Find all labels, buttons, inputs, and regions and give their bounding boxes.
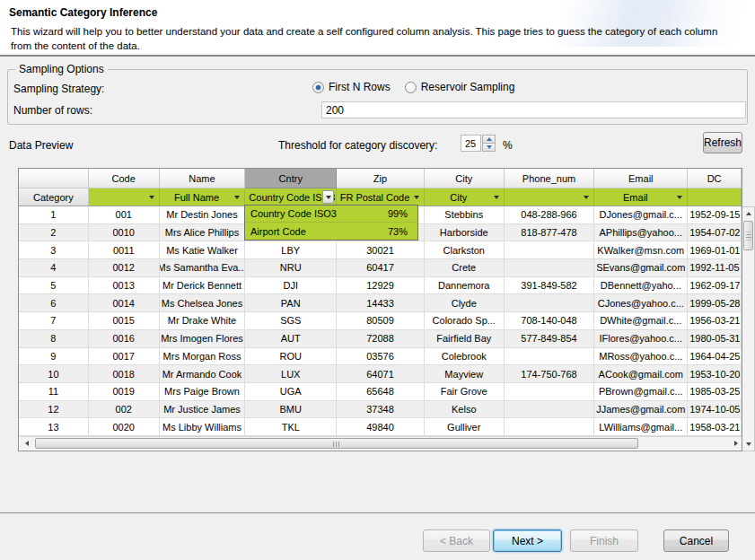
table-cell[interactable]: 10	[19, 365, 89, 382]
table-row[interactable]: 50013Mr Derick BennettDJI12929Dannemora3…	[19, 277, 742, 295]
table-cell[interactable]: Stebbins	[425, 206, 505, 223]
table-cell[interactable]: Clyde	[425, 294, 505, 311]
table-cell[interactable]: 13	[19, 418, 89, 435]
table-cell[interactable]: Gulliver	[425, 418, 505, 435]
table-cell[interactable]: 001	[89, 206, 160, 223]
radio-first-n-rows[interactable]: First N Rows	[312, 81, 391, 93]
table-cell[interactable]: SEvans@gmail.com	[594, 259, 688, 276]
category-select-phone[interactable]	[505, 188, 595, 206]
spinner-up-button[interactable]	[482, 135, 496, 144]
table-cell[interactable]: Mayview	[425, 365, 505, 382]
table-cell[interactable]: 1999-05-28	[688, 294, 742, 311]
table-cell[interactable]: MRoss@yahoo.c...	[594, 348, 688, 365]
table-cell[interactable]: 3	[19, 241, 89, 258]
table-cell[interactable]: DJones@gmail.c...	[594, 206, 688, 223]
category-select-cntry-open[interactable]: Country Code ISO3	[245, 188, 337, 206]
horizontal-scroll-thumb[interactable]	[35, 438, 638, 449]
table-cell[interactable]: UGA	[245, 383, 337, 400]
table-cell[interactable]: Kelso	[425, 401, 505, 418]
table-cell[interactable]: 1962-09-17	[688, 277, 742, 294]
table-cell[interactable]: 002	[89, 401, 160, 418]
table-cell[interactable]: 1954-07-02	[688, 224, 742, 241]
category-select-dob[interactable]	[688, 188, 742, 206]
table-cell[interactable]: 048-288-966	[505, 206, 595, 223]
table-cell[interactable]	[505, 418, 595, 435]
threshold-spinner-value[interactable]: 25	[461, 135, 481, 152]
table-cell[interactable]: 391-849-582	[505, 277, 595, 294]
table-cell[interactable]: PAN	[245, 294, 337, 311]
table-cell[interactable]: 0012	[89, 259, 160, 276]
table-cell[interactable]: BMU	[245, 401, 337, 418]
vertical-scroll-thumb[interactable]	[743, 221, 753, 250]
column-header-rownum[interactable]	[19, 169, 89, 188]
table-cell[interactable]: 1953-10-20	[688, 365, 742, 382]
scroll-left-button[interactable]	[20, 437, 33, 450]
table-cell[interactable]: 64071	[337, 365, 425, 382]
table-cell[interactable]	[505, 294, 595, 311]
table-cell[interactable]: 174-750-768	[505, 365, 595, 382]
table-cell[interactable]: 1974-10-05	[688, 401, 742, 418]
table-cell[interactable]: 1956-03-21	[688, 312, 742, 329]
table-cell[interactable]: 0011	[89, 241, 160, 258]
table-cell[interactable]: Dannemora	[425, 277, 505, 294]
horizontal-scrollbar[interactable]	[20, 436, 742, 450]
table-cell[interactable]: KWalker@msn.com	[594, 241, 688, 258]
category-select-city[interactable]: City	[425, 188, 505, 206]
table-cell[interactable]: 1985-03-25	[688, 383, 742, 400]
table-cell[interactable]: 72088	[337, 330, 425, 347]
column-header-city[interactable]: City	[425, 169, 505, 188]
table-row[interactable]: 110019Mrs Paige BrownUGA65648Fair GroveP…	[19, 383, 742, 401]
table-cell[interactable]: TKL	[245, 418, 337, 435]
finish-button[interactable]: Finish	[570, 529, 638, 552]
table-cell[interactable]: 0019	[89, 383, 160, 400]
table-cell[interactable]: DJI	[245, 277, 337, 294]
table-row[interactable]: 12002Mr Justice JamesBMU37348KelsoJJames…	[19, 401, 742, 419]
table-cell[interactable]: ROU	[245, 348, 337, 365]
table-row[interactable]: 70015Mr Drake WhiteSGS80509Colorado Sp..…	[19, 312, 742, 330]
table-row[interactable]: 130020Ms Libby WilliamsTKL49840GulliverL…	[19, 418, 742, 436]
table-cell[interactable]	[505, 241, 595, 258]
column-header-phone[interactable]: Phone_num	[505, 169, 595, 188]
table-row[interactable]: 30011Ms Katie WalkerLBY30021ClarkstonKWa…	[19, 241, 742, 259]
table-cell[interactable]: Mrs Imogen Flores	[160, 330, 246, 347]
table-cell[interactable]: 49840	[337, 418, 425, 435]
table-cell[interactable]	[505, 259, 595, 276]
table-row[interactable]: 60014Ms Chelsea JonesPAN14433ClydeCJones…	[19, 294, 742, 312]
table-cell[interactable]: Mr Derick Bennett	[160, 277, 246, 294]
scroll-up-button[interactable]	[742, 207, 754, 220]
table-cell[interactable]: 0013	[89, 277, 160, 294]
table-cell[interactable]	[505, 348, 595, 365]
table-cell[interactable]: 1	[19, 206, 89, 223]
table-cell[interactable]: Colorado Sp...	[425, 312, 505, 329]
radio-unselected-icon[interactable]	[405, 82, 417, 93]
popup-item-airport-code[interactable]: Airport Code 73%	[245, 223, 417, 240]
table-cell[interactable]: 0015	[89, 312, 160, 329]
vertical-scrollbar[interactable]	[742, 206, 755, 451]
table-cell[interactable]: 6	[19, 294, 89, 311]
table-cell[interactable]: 7	[19, 312, 89, 329]
table-cell[interactable]: APhillips@yahoo...	[594, 224, 688, 241]
number-of-rows-input[interactable]	[321, 101, 746, 118]
table-cell[interactable]: Mr Drake White	[160, 312, 246, 329]
table-cell[interactable]: Ms Samantha Eva...	[160, 259, 246, 276]
table-row[interactable]: 40012Ms Samantha Eva...NRU60417CreteSEva…	[19, 259, 742, 277]
table-cell[interactable]: 1964-04-25	[688, 348, 742, 365]
table-cell[interactable]: 0014	[89, 294, 160, 311]
category-select-zip[interactable]: FR Postal Code	[337, 188, 425, 206]
table-cell[interactable]: 708-140-048	[505, 312, 595, 329]
table-cell[interactable]: 818-877-478	[505, 224, 595, 241]
table-cell[interactable]: 1992-11-05	[688, 259, 742, 276]
table-cell[interactable]: 14433	[337, 294, 425, 311]
table-cell[interactable]: Ms Libby Williams	[160, 418, 246, 435]
table-cell[interactable]: 0018	[89, 365, 160, 382]
table-cell[interactable]: AUT	[245, 330, 337, 347]
table-cell[interactable]: 30021	[337, 241, 425, 258]
radio-selected-icon[interactable]	[312, 82, 324, 93]
table-cell[interactable]: 60417	[337, 259, 425, 276]
table-cell[interactable]: Mr Justice James	[160, 401, 246, 418]
table-cell[interactable]: 8	[19, 330, 89, 347]
table-cell[interactable]: Fair Grove	[425, 383, 505, 400]
scroll-right-button[interactable]	[729, 437, 742, 450]
cancel-button[interactable]: Cancel	[663, 529, 729, 552]
spinner-down-button[interactable]	[482, 144, 496, 152]
